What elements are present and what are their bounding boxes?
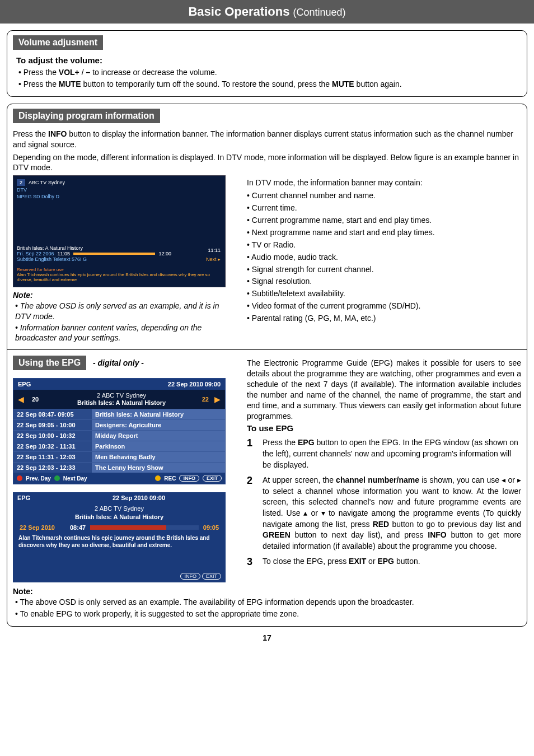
page-number: 17 <box>0 633 534 642</box>
disp-note-2: Information banner content varies, depen… <box>15 323 237 343</box>
exit-pill: EXIT <box>203 475 222 482</box>
osd-prog: British Isles: A Natural History <box>17 245 222 251</box>
epg-note-list: The above OSD is only served as an examp… <box>13 597 521 619</box>
exit-pill-2: EXIT <box>202 573 221 580</box>
red-dot-icon <box>17 475 22 481</box>
epg-note-label: Note: <box>13 587 33 596</box>
info-pill: INFO <box>179 475 199 482</box>
epg-list-datetime: 22 Sep 2010 09:00 <box>168 381 221 388</box>
osd-ch-no: 2 <box>17 179 25 186</box>
step-2-text: At upper screen, the channel number/name… <box>263 475 521 552</box>
epg-detail-panel: EPG 22 Sep 2010 09:00 2 ABC TV Sydney Br… <box>13 492 226 582</box>
vol-bullet-2: Press the MUTE button to temporarily tur… <box>18 79 521 90</box>
heading-epg: Using the EPG <box>13 356 86 370</box>
heading-program-info: Displaying program information <box>13 109 160 123</box>
osd-next: Next ▸ <box>206 256 221 262</box>
disp-para-1: Press the INFO button to display the inf… <box>13 129 521 150</box>
osd-ch-name: ABC TV Sydney <box>29 180 65 185</box>
step-2-num: 2 <box>247 475 257 552</box>
section-program-info: Displaying program information Press the… <box>7 104 527 627</box>
page-title-continued: (Continued) <box>293 7 346 18</box>
step-1-num: 1 <box>247 437 257 470</box>
epg-ch-left: 20 <box>24 396 46 403</box>
epg-ch-right: 22 <box>196 396 214 403</box>
disp-para-2: Depending on the mode, different informa… <box>13 152 521 174</box>
step-1-text: Press the EPG button to open the EPG. In… <box>263 437 521 470</box>
osd-progress-bar <box>73 253 155 255</box>
yellow-dot-icon <box>155 475 161 481</box>
info-pill-2: INFO <box>180 573 200 580</box>
epg-list-panel: EPG 22 Sep 2010 09:00 ◀ 20 2 ABC TV Sydn… <box>13 378 226 484</box>
vol-bullet-1: Press the VOL+ / – to increase or decrea… <box>18 67 521 78</box>
to-use-epg: To use EPG <box>247 423 521 433</box>
osd-desc: Alan Titchmarsh continues his epic journ… <box>17 273 222 283</box>
disp-notes: The above OSD is only served as an examp… <box>13 301 237 343</box>
osd-example-image: 2 ABC TV Sydney DTV MPEG SD Dolby D 11:1… <box>13 175 226 287</box>
disp-note-1: The above OSD is only served as an examp… <box>15 301 237 321</box>
subhead-adjust-volume: To adjust the volume: <box>16 55 521 65</box>
epg-intro: The Electronic Programme Guide (EPG) mak… <box>247 358 521 421</box>
progress-bar <box>90 525 199 530</box>
volume-bullets: Press the VOL+ / – to increase or decrea… <box>13 67 521 90</box>
heading-volume: Volume adjusment <box>13 35 103 50</box>
disp-right-lead: In DTV mode, the information banner may … <box>247 178 521 188</box>
page-title: Basic Operations <box>188 4 289 18</box>
step-3-num: 3 <box>247 556 257 568</box>
left-arrow-icon: ◀ <box>18 395 24 404</box>
step-3-text: To close the EPG, press EXIT or EPG butt… <box>263 556 521 568</box>
page-title-bar: Basic Operations (Continued) <box>0 0 534 24</box>
digital-only: - digital only - <box>93 358 144 367</box>
note-label: Note: <box>13 291 33 300</box>
epg-detail-desc: Alan Titchmarsh continues his epic journ… <box>13 533 226 571</box>
disp-right-list: Current channel number and name. Current… <box>247 190 521 324</box>
section-volume: Volume adjusment To adjust the volume: P… <box>7 30 527 97</box>
right-arrow-icon: ▶ <box>214 395 221 404</box>
green-dot-icon <box>54 475 60 481</box>
epg-list-title: EPG <box>18 381 168 388</box>
